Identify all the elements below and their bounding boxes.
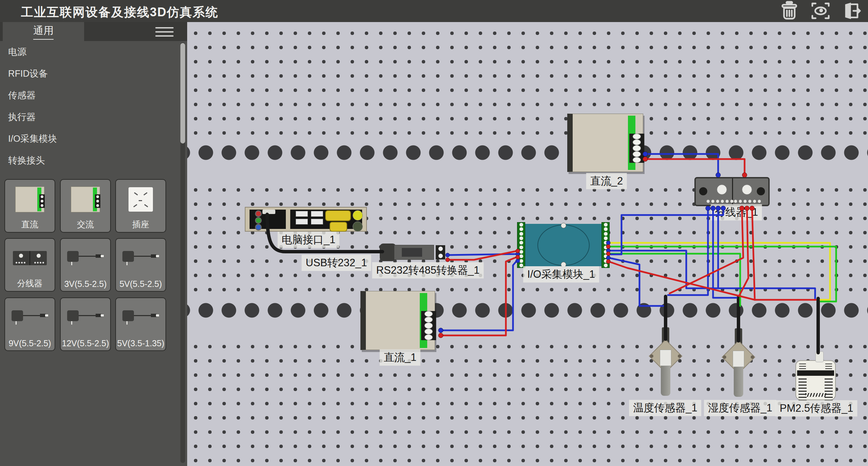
device-label: I/O采集模块_1 xyxy=(523,266,599,283)
device-dc-power-1[interactable] xyxy=(360,291,435,350)
usb-port xyxy=(311,211,323,217)
terminal-strip-left xyxy=(517,222,525,268)
device-io-module[interactable] xyxy=(517,222,610,268)
category-item-power[interactable]: 电源 xyxy=(0,41,180,63)
simulation-canvas[interactable]: 直流_2 电脑接口_1 USB转232_1 RS232转485转换器_1 I/O… xyxy=(187,22,868,466)
serial-port-db25 xyxy=(325,210,351,221)
palette-card-splitter[interactable]: 分线器 xyxy=(4,238,55,292)
device-label: 直流_1 xyxy=(380,349,420,366)
round-connector xyxy=(353,221,363,232)
serial-port-db9 xyxy=(330,222,347,232)
sidebar-scrollbar-thumb[interactable] xyxy=(180,43,185,143)
terminal-strip-right xyxy=(601,222,610,268)
power-adapter-icon xyxy=(122,248,160,269)
device-dc-power-2[interactable] xyxy=(567,114,643,172)
device-label: 湿度传感器_1 xyxy=(704,400,776,416)
terminal-block xyxy=(629,134,644,163)
device-label: 温度传感器_1 xyxy=(629,400,701,416)
palette-card-dc[interactable]: 直流 xyxy=(4,179,55,233)
device-label: 直流_2 xyxy=(586,173,627,189)
pegboard-hole-row xyxy=(187,293,868,343)
device-label: USB转232_1 xyxy=(302,255,371,271)
usb-port xyxy=(296,211,308,217)
usb-port xyxy=(262,210,275,214)
audio-jack-blue xyxy=(255,224,262,231)
preview-eye-icon[interactable] xyxy=(810,1,831,21)
palette-card-5v[interactable]: 5V(5.5-2.5) xyxy=(115,238,166,292)
terminal-block xyxy=(421,311,436,340)
device-temperature-sensor[interactable] xyxy=(649,327,683,397)
power-adapter-icon xyxy=(66,308,104,328)
palette-card-12v[interactable]: 12V(5.5-2.5) xyxy=(60,297,111,351)
hamburger-icon[interactable] xyxy=(155,27,174,37)
device-label: PM2.5传感器_1 xyxy=(775,400,857,416)
device-computer-interface[interactable] xyxy=(245,207,367,232)
palette-card-5v-small[interactable]: 5V(3.5-1.35) xyxy=(115,297,166,351)
device-label: 分线器_1 xyxy=(711,204,762,220)
trash-icon[interactable] xyxy=(778,1,800,21)
category-menu: 电源 RFID设备 传感器 执行器 I/O采集模块 转换接头 xyxy=(0,41,180,171)
terminal-block xyxy=(436,245,445,259)
titlebar: 工业互联网设备及接线3D仿真系统 xyxy=(0,0,868,22)
category-item-actuator[interactable]: 执行器 xyxy=(0,106,180,128)
tab-general[interactable]: 通用 xyxy=(3,22,84,41)
category-item-rfid[interactable]: RFID设备 xyxy=(0,63,180,84)
device-splitter[interactable] xyxy=(694,177,770,206)
splitter-icon xyxy=(13,251,47,265)
app-title: 工业互联网设备及接线3D仿真系统 xyxy=(21,4,218,21)
device-label: 电脑接口_1 xyxy=(278,232,339,248)
category-item-io-module[interactable]: I/O采集模块 xyxy=(0,128,180,150)
palette-card-3v[interactable]: 3V(5.5-2.5) xyxy=(60,238,111,292)
category-item-sensor[interactable]: 传感器 xyxy=(0,84,180,106)
audio-jack-green xyxy=(255,217,262,224)
device-rs232-485-converter[interactable] xyxy=(380,244,445,261)
exit-icon[interactable] xyxy=(841,1,863,21)
round-connector xyxy=(353,210,363,220)
usb-port xyxy=(296,219,308,225)
audio-jack-red xyxy=(255,210,262,217)
category-item-adapter[interactable]: 转换接头 xyxy=(0,150,180,171)
device-label: RS232转485转换器_1 xyxy=(372,262,484,278)
sidebar: 通用 电源 RFID设备 传感器 执行器 I/O采集模块 转换接头 直流 交流 … xyxy=(0,22,187,466)
tab-strip: 通用 xyxy=(0,22,187,41)
palette-card-socket[interactable]: 插座 xyxy=(115,179,166,233)
power-adapter-icon xyxy=(66,248,104,269)
device-palette: 直流 交流 插座 分线器 3V(5.5-2.5) 5V(5.5-2.5) xyxy=(0,179,182,466)
power-adapter-icon xyxy=(122,308,160,328)
usb-port xyxy=(311,219,323,225)
device-humidity-sensor[interactable] xyxy=(722,328,755,398)
palette-card-ac[interactable]: 交流 xyxy=(60,179,111,233)
ac-power-icon xyxy=(71,187,100,212)
socket-icon xyxy=(129,187,153,212)
dc-power-icon xyxy=(15,187,44,212)
toolbar xyxy=(778,1,863,21)
device-pm25-sensor[interactable] xyxy=(795,360,836,400)
power-adapter-icon xyxy=(11,308,49,328)
palette-card-9v[interactable]: 9V(5.5-2.5) xyxy=(4,297,55,351)
